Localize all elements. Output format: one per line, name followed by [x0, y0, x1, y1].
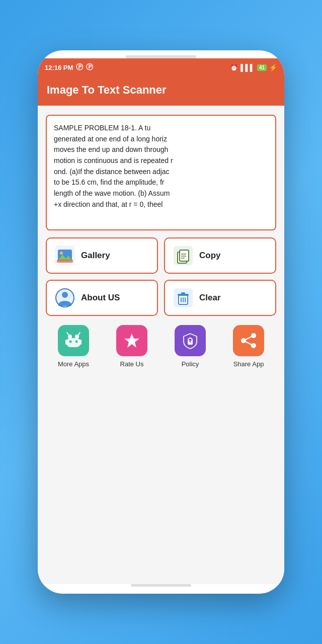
text-output-box[interactable]: SAMPLE PROBLEM 18-1. A tu generated at o… — [46, 115, 276, 230]
main-content: SAMPLE PROBLEM 18-1. A tu generated at o… — [38, 106, 284, 584]
alarm-icon: ⏰ — [230, 64, 238, 71]
bottom-apps-grid: More Apps Rate Us — [46, 323, 276, 370]
share-app-item[interactable]: Share App — [221, 325, 276, 368]
share-app-label: Share App — [233, 360, 264, 368]
rate-us-icon-box — [116, 325, 147, 356]
svg-line-37 — [244, 336, 254, 341]
shield-lock-icon — [181, 332, 199, 350]
rate-us-item[interactable]: Rate Us — [104, 325, 159, 368]
signal-icon: ▌▌▌ — [240, 64, 255, 71]
svg-rect-17 — [181, 292, 185, 294]
android-icon — [64, 332, 83, 350]
more-apps-label: More Apps — [58, 360, 89, 368]
rate-us-label: Rate Us — [120, 360, 144, 368]
trash-icon — [174, 288, 193, 307]
svg-point-21 — [68, 335, 72, 339]
status-bar: 12:16 PM Ⓟ Ⓟ ⏰ ▌▌▌ 41 ⚡ — [38, 58, 284, 76]
policy-icon-box — [175, 325, 206, 356]
about-us-button[interactable]: About US — [46, 280, 158, 316]
star-icon — [123, 332, 141, 350]
svg-point-25 — [75, 341, 78, 343]
app-header: Image To Text Scanner — [38, 76, 284, 106]
about-label: About US — [81, 293, 120, 303]
copy-button[interactable]: Copy — [164, 237, 276, 274]
share-app-icon-box — [233, 325, 264, 356]
action-buttons-grid: Gallery Copy — [46, 237, 276, 316]
status-icons-area: ⏰ ▌▌▌ 41 ⚡ — [230, 64, 277, 71]
app-title: Image To Text Scanner — [47, 84, 167, 96]
more-apps-icon-box — [58, 325, 89, 356]
gallery-button[interactable]: Gallery — [46, 237, 158, 274]
clear-icon-box — [173, 288, 193, 308]
clear-label: Clear — [199, 293, 221, 303]
copy-icon-box — [173, 246, 193, 266]
svg-point-22 — [75, 335, 79, 339]
gallery-icon — [55, 246, 75, 266]
gallery-icon-box — [55, 246, 75, 266]
copy-icon — [174, 246, 193, 265]
status-p-icon2: Ⓟ — [86, 63, 93, 72]
ocr-text-output: SAMPLE PROBLEM 18-1. A tu generated at o… — [54, 123, 268, 210]
copy-label: Copy — [199, 251, 221, 261]
svg-marker-30 — [124, 334, 139, 348]
policy-item[interactable]: Policy — [163, 325, 218, 368]
svg-rect-7 — [180, 250, 189, 261]
svg-rect-26 — [65, 340, 67, 345]
clear-button[interactable]: Clear — [164, 280, 276, 316]
svg-point-3 — [60, 252, 63, 255]
charging-icon: ⚡ — [269, 64, 277, 71]
svg-point-33 — [190, 341, 191, 343]
about-icon — [55, 288, 74, 307]
status-time: 12:16 PM — [45, 64, 73, 71]
svg-point-24 — [69, 341, 72, 343]
gallery-label: Gallery — [81, 251, 110, 261]
svg-point-12 — [62, 292, 68, 298]
more-apps-item[interactable]: More Apps — [46, 325, 101, 368]
status-p-icon1: Ⓟ — [76, 63, 83, 72]
phone-frame: 12:16 PM Ⓟ Ⓟ ⏰ ▌▌▌ 41 ⚡ Image To Text Sc… — [38, 50, 284, 594]
svg-rect-4 — [57, 260, 73, 263]
svg-line-38 — [244, 341, 254, 346]
policy-label: Policy — [182, 360, 199, 368]
svg-line-28 — [67, 333, 68, 335]
phone-bottom-bar — [131, 584, 191, 587]
battery-indicator: 41 — [257, 64, 267, 71]
svg-rect-23 — [66, 338, 80, 347]
svg-rect-27 — [79, 340, 82, 345]
status-time-area: 12:16 PM Ⓟ Ⓟ — [45, 63, 93, 72]
share-icon — [239, 332, 258, 350]
svg-line-29 — [78, 333, 80, 335]
about-icon-box — [55, 288, 75, 308]
